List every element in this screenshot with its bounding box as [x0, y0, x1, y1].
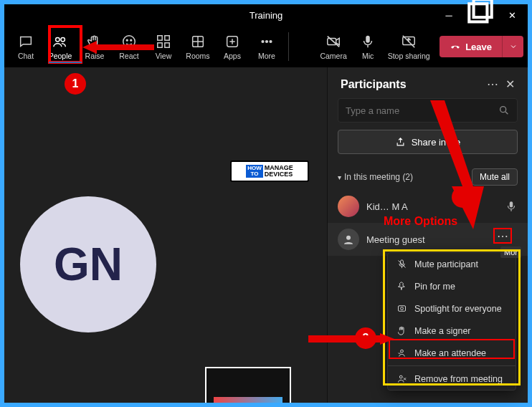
window-controls: ─ ✕: [433, 4, 528, 26]
participant-row[interactable]: Kid… M A: [328, 190, 528, 223]
panel-close-icon[interactable]: ✕: [505, 77, 515, 91]
menu-label: Pin for me: [414, 282, 455, 292]
raise-hand-button[interactable]: Raise: [77, 28, 112, 65]
menu-make-attendee[interactable]: Make an attendee: [388, 342, 516, 364]
search-input[interactable]: [346, 105, 493, 116]
annotation-number-2: 2: [452, 186, 473, 208]
toolbar-divider: [288, 32, 289, 61]
minimize-button[interactable]: ─: [433, 4, 465, 26]
panel-more-icon[interactable]: ⋯: [487, 77, 498, 91]
menu-label: Remove from meeting: [414, 374, 503, 384]
apps-button[interactable]: Apps: [215, 28, 250, 65]
menu-spotlight[interactable]: Spotlight for everyone: [388, 297, 516, 320]
participant-context-menu: Mute participant Pin for me Spotlight fo…: [387, 252, 516, 391]
chevron-down-icon: [509, 42, 518, 51]
maximize-button[interactable]: [465, 4, 496, 26]
camera-button[interactable]: Camera: [316, 28, 351, 65]
leave-group: Leave: [440, 36, 523, 57]
camera-label: Camera: [320, 52, 346, 60]
leave-dropdown-button[interactable]: [502, 36, 523, 57]
view-button[interactable]: View: [146, 28, 181, 65]
in-meeting-section[interactable]: ▾In this meeting (2) Mute all: [328, 164, 528, 190]
share-invite-button[interactable]: Share invite: [338, 130, 518, 154]
menu-make-signer[interactable]: Make a signer: [388, 320, 516, 342]
svg-point-6: [130, 39, 132, 41]
more-label: More: [258, 52, 275, 60]
svg-point-26: [399, 375, 402, 378]
more-button[interactable]: More: [250, 28, 284, 65]
leave-button[interactable]: Leave: [440, 36, 502, 57]
mic-icon: [360, 34, 376, 49]
svg-point-14: [266, 40, 268, 42]
remove-icon: [396, 373, 407, 384]
menu-separator: [388, 365, 516, 366]
svg-point-25: [401, 350, 404, 353]
meeting-toolbar: Chat People Raise React View Rooms Apps: [4, 26, 528, 67]
people-label: People: [49, 52, 72, 60]
pin-icon: [396, 281, 407, 292]
people-icon: [52, 34, 68, 49]
stop-sharing-label: Stop sharing: [388, 52, 430, 60]
rooms-button[interactable]: Rooms: [181, 28, 215, 65]
menu-mute-participant[interactable]: Mute participant: [388, 253, 516, 275]
mute-all-button[interactable]: Mute all: [472, 168, 518, 186]
mic-label: Mic: [362, 52, 374, 60]
svg-point-2: [56, 37, 60, 42]
titlebar: Training ─ ✕: [4, 4, 528, 26]
phone-down-icon: [450, 41, 461, 52]
svg-rect-23: [399, 306, 406, 312]
annotation-number-1: 1: [65, 73, 86, 95]
watermark: HOWTO MANAGEDEVICES: [230, 161, 309, 182]
guest-avatar-icon: [338, 229, 359, 250]
rooms-label: Rooms: [186, 52, 209, 60]
svg-rect-17: [366, 35, 370, 42]
participant-name: Meeting guest: [366, 234, 518, 245]
svg-rect-7: [158, 35, 162, 39]
react-icon: [121, 34, 137, 49]
svg-rect-0: [469, 4, 487, 21]
menu-pin-for-me[interactable]: Pin for me: [388, 275, 516, 297]
participant-name: Kid… M A: [366, 201, 498, 212]
mic-button[interactable]: Mic: [351, 28, 385, 65]
chat-button[interactable]: Chat: [9, 28, 43, 65]
stop-sharing-button[interactable]: Stop sharing: [385, 28, 432, 65]
chat-label: Chat: [18, 52, 34, 60]
spotlight-icon: [396, 303, 407, 314]
view-icon: [156, 34, 171, 49]
svg-point-13: [262, 40, 264, 42]
annotation-underline: [49, 62, 82, 63]
react-button[interactable]: React: [112, 28, 146, 65]
svg-point-15: [270, 40, 272, 42]
hand-icon: [87, 34, 103, 49]
stop-sharing-icon: [401, 34, 417, 49]
close-button[interactable]: ✕: [496, 4, 528, 26]
apps-label: Apps: [224, 52, 241, 60]
hand-icon: [396, 325, 407, 336]
svg-rect-10: [165, 42, 169, 47]
more-icon: [259, 34, 275, 49]
participant-search[interactable]: [338, 98, 518, 123]
mute-icon: [396, 259, 407, 269]
chat-icon: [18, 34, 34, 49]
svg-rect-20: [510, 201, 513, 207]
more-tooltip: Mor: [500, 246, 521, 258]
svg-point-5: [126, 39, 128, 41]
menu-label: Spotlight for everyone: [414, 304, 502, 314]
svg-point-24: [401, 307, 404, 310]
annotation-number-3: 3: [355, 327, 376, 349]
mic-icon: [505, 200, 518, 213]
participant-avatar: GN: [20, 196, 156, 332]
react-label: React: [119, 52, 138, 60]
menu-label: Make an attendee: [414, 348, 486, 358]
leave-label: Leave: [465, 42, 492, 52]
window-title: Training: [250, 10, 282, 21]
menu-remove[interactable]: Remove from meeting: [388, 368, 516, 390]
meeting-stage: GN HOWTO MANAGEDEVICES: [4, 67, 327, 403]
svg-point-3: [61, 37, 65, 42]
people-button[interactable]: People: [43, 28, 77, 65]
svg-rect-9: [158, 42, 162, 47]
svg-point-19: [500, 107, 506, 112]
self-preview-thumb[interactable]: [205, 367, 291, 403]
attendee-icon: [396, 348, 407, 358]
participant-row[interactable]: Meeting guest: [328, 223, 528, 256]
